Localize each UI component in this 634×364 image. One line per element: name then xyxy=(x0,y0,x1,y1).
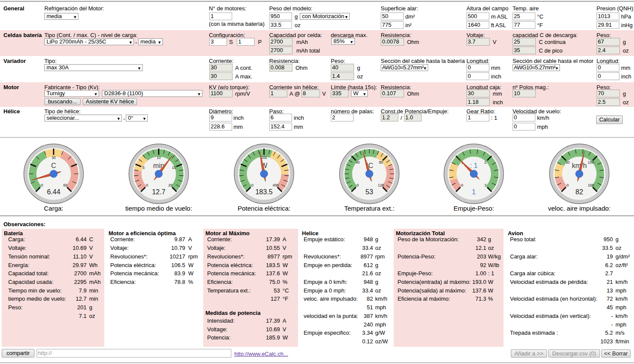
svg-text:0: 0 xyxy=(252,183,254,187)
svg-text:20: 20 xyxy=(168,183,173,187)
svg-text:: 1: : 1 xyxy=(470,162,478,169)
svg-text:80: 80 xyxy=(379,160,383,165)
svg-text:60: 60 xyxy=(63,183,68,187)
svg-text:C: C xyxy=(51,162,56,169)
svg-text:0: 0 xyxy=(357,183,359,187)
svg-text:30: 30 xyxy=(52,156,56,160)
svg-text:6.44: 6.44 xyxy=(47,188,60,196)
svg-text:0: 0 xyxy=(41,183,43,187)
svg-text:0: 0 xyxy=(146,183,148,187)
svg-text:2: 2 xyxy=(485,160,487,165)
svg-text:0: 0 xyxy=(461,183,463,187)
svg-text:50: 50 xyxy=(566,160,570,165)
svg-text:183.5: 183.5 xyxy=(255,188,273,196)
svg-text:100: 100 xyxy=(588,160,594,165)
svg-text:3: 3 xyxy=(485,183,487,187)
svg-text:km/h: km/h xyxy=(572,162,587,169)
svg-text:400: 400 xyxy=(273,183,279,187)
svg-text:10: 10 xyxy=(157,156,161,160)
svg-text:40: 40 xyxy=(356,160,360,165)
svg-text:82: 82 xyxy=(575,188,583,196)
svg-text:0: 0 xyxy=(567,183,569,187)
svg-text:12.7: 12.7 xyxy=(152,188,165,196)
svg-text:5: 5 xyxy=(143,165,145,170)
svg-text:53: 53 xyxy=(366,188,373,196)
svg-text:1: 1 xyxy=(472,188,476,196)
svg-text:120: 120 xyxy=(378,183,384,187)
svg-text:150: 150 xyxy=(588,183,594,187)
svg-text:15: 15 xyxy=(172,165,176,170)
svg-text:200: 200 xyxy=(261,156,267,160)
